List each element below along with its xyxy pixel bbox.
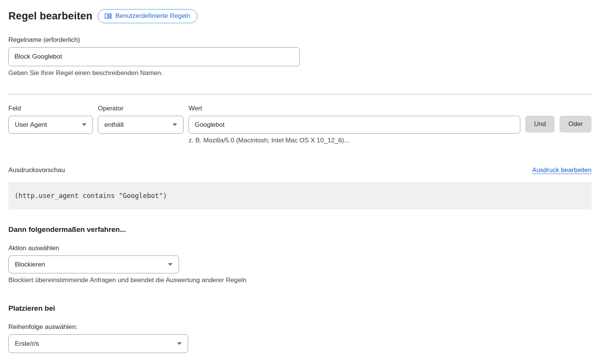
rule-name-help: Geben Sie Ihrer Regel einen beschreibend… [8,69,300,77]
field-label: Feld [8,105,93,112]
rule-name-section: Regelname (erforderlich) Geben Sie Ihrer… [8,36,300,77]
caret-down-icon [168,263,173,266]
expression-code: (http.user_agent contains "Googlebot") [14,192,167,200]
order-dropdown-value: Erste/r/s [15,340,39,348]
caret-down-icon [173,123,177,126]
value-column: Wert z. B. Mozilla/5.0 (Macintosh; Intel… [189,105,520,144]
or-button[interactable]: Oder [560,116,592,133]
field-column: Feld User Agent [8,105,93,134]
page-title: Regel bearbeiten [8,10,93,22]
placement-heading: Platzieren bei [8,304,592,313]
value-input[interactable] [189,116,520,134]
operator-label: Operator [98,105,184,112]
operator-column: Operator enthält [98,105,184,134]
section-divider [8,94,592,94]
action-heading: Dann folgendermaßen verfahren... [8,225,592,234]
rule-name-input[interactable] [8,47,300,66]
value-help: z. B. Mozilla/5.0 (Macintosh; Intel Mac … [189,137,520,144]
order-select-label: Reihenfolge auswählen: [8,323,592,331]
open-book-icon [104,13,112,19]
expression-preview-label: Ausdrucksvorschau [8,166,65,174]
action-select-label: Aktion auswählen [8,244,592,252]
order-dropdown[interactable]: Erste/r/s [8,334,188,353]
action-dropdown-value: Blockieren [15,261,45,268]
condition-row: Feld User Agent Operator enthält Wert z.… [8,105,592,144]
operator-dropdown[interactable]: enthält [98,116,184,134]
rule-name-label: Regelname (erforderlich) [8,36,300,44]
caret-down-icon [82,123,86,126]
operator-dropdown-value: enthält [104,121,124,129]
action-section: Dann folgendermaßen verfahren... Aktion … [8,225,592,284]
logic-buttons: Und Oder [525,105,592,133]
docs-button-label: Benutzerdefinierte Regeln [115,12,190,20]
value-label: Wert [189,105,520,112]
expression-preview-box: (http.user_agent contains "Googlebot") [8,182,592,209]
action-dropdown[interactable]: Blockieren [8,255,179,273]
field-dropdown[interactable]: User Agent [8,116,93,134]
action-help: Blockiert übereinstimmende Anfragen und … [8,276,592,284]
page-header: Regel bearbeiten Benutzerdefinierte Rege… [8,9,592,23]
placement-section: Platzieren bei Reihenfolge auswählen: Er… [8,304,592,353]
field-dropdown-value: User Agent [15,121,47,129]
edit-expression-link[interactable]: Ausdruck bearbeiten [532,166,592,174]
caret-down-icon [177,342,182,345]
and-button[interactable]: Und [525,116,555,133]
expression-header: Ausdrucksvorschau Ausdruck bearbeiten [8,166,592,174]
custom-rules-docs-button[interactable]: Benutzerdefinierte Regeln [98,9,198,23]
